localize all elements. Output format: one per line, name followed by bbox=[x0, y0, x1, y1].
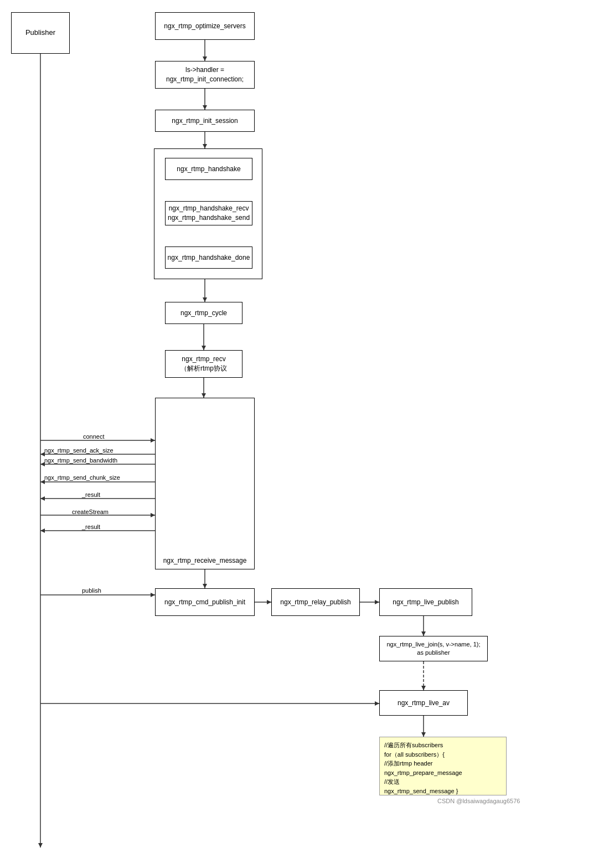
box-cmd-publish-init: ngx_rtmp_cmd_publish_init bbox=[155, 588, 255, 616]
box-cycle: ngx_rtmp_cycle bbox=[165, 302, 242, 324]
box-init-session: ngx_rtmp_init_session bbox=[155, 110, 255, 132]
label-connect: connect bbox=[83, 433, 105, 440]
box-handshake-recv-send: ngx_rtmp_handshake_recv ngx_rtmp_handsha… bbox=[165, 201, 252, 225]
box-handshake-done: ngx_rtmp_handshake_done bbox=[165, 246, 252, 269]
box-live-join: ngx_rtmp_live_join(s, v->name, 1); as pu… bbox=[379, 636, 488, 661]
svg-marker-15 bbox=[202, 393, 206, 398]
note-line-1: //遍历所有subscribers bbox=[384, 741, 502, 750]
svg-marker-11 bbox=[203, 297, 207, 302]
label-result1: _result bbox=[82, 491, 100, 498]
label-create-stream: createStream bbox=[72, 509, 109, 515]
svg-marker-25 bbox=[421, 686, 426, 690]
label-ack-size: ngx_rtmp_send_ack_size bbox=[44, 447, 113, 454]
svg-marker-45 bbox=[151, 593, 155, 597]
diagram-container: Publisher ngx_rtmp_optimize_servers ls->… bbox=[0, 0, 609, 868]
box-live-av: ngx_rtmp_live_av bbox=[379, 690, 468, 716]
box-ls-handler: ls->handler = ngx_rtmp_init_connection; bbox=[155, 61, 255, 89]
note-line-2: for（all subscribers）{ bbox=[384, 750, 502, 759]
svg-marker-43 bbox=[40, 528, 45, 533]
svg-marker-13 bbox=[202, 346, 206, 350]
note-line-6: ngx_rtmp_send_message } bbox=[384, 787, 502, 796]
note-line-4: ngx_rtmp_prepare_message bbox=[384, 768, 502, 778]
svg-marker-27 bbox=[421, 732, 426, 737]
label-chunk-size: ngx_rtmp_send_chunk_size bbox=[44, 474, 120, 481]
svg-marker-3 bbox=[203, 105, 207, 110]
note-line-3: //添加rtmp header bbox=[384, 759, 502, 768]
publisher-box: Publisher bbox=[11, 12, 70, 54]
label-bandwidth: ngx_rtmp_send_bandwidth bbox=[44, 457, 117, 464]
box-live-publish: ngx_rtmp_live_publish bbox=[379, 588, 472, 616]
svg-marker-29 bbox=[38, 843, 43, 848]
svg-marker-5 bbox=[203, 144, 207, 148]
label-publish: publish bbox=[82, 587, 101, 594]
box-handshake: ngx_rtmp_handshake bbox=[165, 158, 252, 180]
svg-marker-31 bbox=[151, 438, 155, 443]
note-box: //遍历所有subscribers for（all subscribers）{ … bbox=[379, 737, 507, 795]
box-receive-message: ngx_rtmp_receive_message bbox=[155, 398, 255, 569]
box-relay-publish: ngx_rtmp_relay_publish bbox=[271, 588, 360, 616]
note-line-5: //发送 bbox=[384, 777, 502, 787]
box-optimize-servers: ngx_rtmp_optimize_servers bbox=[155, 12, 255, 40]
label-result2: _result bbox=[82, 523, 100, 530]
svg-marker-17 bbox=[203, 584, 207, 588]
box-recv: ngx_rtmp_recv （解析rtmp协议 bbox=[165, 350, 242, 378]
watermark: CSDN @ldsaiwagdagaug6576 bbox=[437, 798, 520, 804]
svg-marker-19 bbox=[267, 600, 271, 604]
svg-marker-47 bbox=[375, 701, 379, 706]
svg-marker-23 bbox=[421, 631, 426, 636]
svg-marker-1 bbox=[203, 57, 207, 61]
svg-marker-39 bbox=[40, 496, 45, 501]
svg-marker-21 bbox=[375, 600, 379, 604]
svg-marker-41 bbox=[151, 513, 155, 517]
